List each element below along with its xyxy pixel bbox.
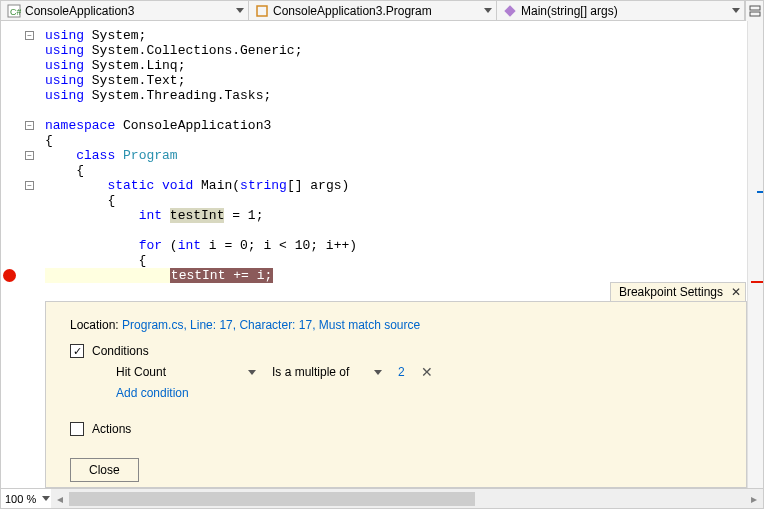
zoom-value: 100 % xyxy=(5,493,36,505)
remove-condition-button[interactable]: ✕ xyxy=(421,364,433,380)
location-line: Location: Program.cs, Line: 17, Characte… xyxy=(70,318,722,332)
method-icon xyxy=(503,4,517,18)
panel-title: Breakpoint Settings xyxy=(619,285,723,299)
member-text: Main(string[] args) xyxy=(521,4,618,18)
actions-checkbox[interactable] xyxy=(70,422,84,436)
chevron-down-icon xyxy=(236,8,244,13)
code-line: { xyxy=(45,193,747,208)
close-button[interactable]: Close xyxy=(70,458,139,482)
code-line: using System; xyxy=(45,28,747,43)
code-line: using System.Text; xyxy=(45,73,747,88)
code-line: int testInt = 1; xyxy=(45,208,747,223)
class-icon xyxy=(255,4,269,18)
navigation-bar: C# ConsoleApplication3 ConsoleApplicatio… xyxy=(1,1,763,21)
caret-marker xyxy=(757,191,763,193)
scroll-map[interactable] xyxy=(747,21,763,489)
code-line: { xyxy=(45,163,747,178)
actions-label: Actions xyxy=(92,422,131,436)
scope-text: ConsoleApplication3 xyxy=(25,4,134,18)
code-line: { xyxy=(45,253,747,268)
chevron-down-icon xyxy=(484,8,492,13)
outline-toggle[interactable]: − xyxy=(25,151,34,160)
code-line: testInt += i; xyxy=(45,268,747,283)
horizontal-scrollbar[interactable]: ◂ ▸ xyxy=(51,488,763,508)
scroll-left-arrow[interactable]: ◂ xyxy=(51,490,69,508)
code-line: namespace ConsoleApplication3 xyxy=(45,118,747,133)
class-text: ConsoleApplication3.Program xyxy=(273,4,432,18)
scope-dropdown[interactable]: C# ConsoleApplication3 xyxy=(1,1,249,20)
outline-toggle[interactable]: − xyxy=(25,181,34,190)
chevron-down-icon xyxy=(374,370,382,375)
split-window-button[interactable] xyxy=(745,1,763,21)
code-line: using System.Linq; xyxy=(45,58,747,73)
code-line: { xyxy=(45,133,747,148)
code-line xyxy=(45,103,747,118)
svg-rect-5 xyxy=(750,12,760,16)
conditions-checkbox[interactable]: ✓ xyxy=(70,344,84,358)
code-line: static void Main(string[] args) xyxy=(45,178,747,193)
conditions-label: Conditions xyxy=(92,344,149,358)
scroll-track[interactable] xyxy=(69,490,745,508)
close-icon[interactable]: ✕ xyxy=(731,285,741,299)
location-label: Location: xyxy=(70,318,119,332)
class-dropdown[interactable]: ConsoleApplication3.Program xyxy=(249,1,497,20)
chevron-down-icon xyxy=(42,496,50,501)
scroll-right-arrow[interactable]: ▸ xyxy=(745,490,763,508)
chevron-down-icon xyxy=(732,8,740,13)
svg-rect-3 xyxy=(504,5,515,16)
outline-toggle[interactable]: − xyxy=(25,121,34,130)
csharp-icon: C# xyxy=(7,4,21,18)
panel-header: Breakpoint Settings ✕ xyxy=(610,282,746,301)
svg-rect-2 xyxy=(257,6,267,16)
breakpoint-glyph[interactable] xyxy=(3,269,16,282)
condition-row: Hit Count Is a multiple of 2 ✕ xyxy=(116,364,722,380)
chevron-down-icon xyxy=(248,370,256,375)
member-dropdown[interactable]: Main(string[] args) xyxy=(497,1,745,20)
breakpoint-settings-panel: Breakpoint Settings ✕ Location: Program.… xyxy=(45,301,747,488)
breakpoint-marker xyxy=(751,281,763,283)
svg-rect-4 xyxy=(750,6,760,10)
condition-op-dropdown[interactable]: Is a multiple of xyxy=(272,365,382,379)
condition-type-dropdown[interactable]: Hit Count xyxy=(116,365,256,379)
svg-text:C#: C# xyxy=(10,7,21,17)
outline-toggle[interactable]: − xyxy=(25,31,34,40)
condition-value[interactable]: 2 xyxy=(398,365,405,379)
code-line xyxy=(45,223,747,238)
zoom-dropdown[interactable]: 100 % xyxy=(1,488,51,508)
code-line: class Program xyxy=(45,148,747,163)
breakpoint-gutter[interactable] xyxy=(1,21,21,489)
location-link[interactable]: Program.cs, Line: 17, Character: 17, Mus… xyxy=(122,318,420,332)
add-condition-link[interactable]: Add condition xyxy=(116,386,189,400)
code-line: using System.Collections.Generic; xyxy=(45,43,747,58)
outline-column[interactable]: −−−− xyxy=(21,21,45,489)
code-line: using System.Threading.Tasks; xyxy=(45,88,747,103)
code-line: for (int i = 0; i < 10; i++) xyxy=(45,238,747,253)
scroll-thumb[interactable] xyxy=(69,492,475,506)
